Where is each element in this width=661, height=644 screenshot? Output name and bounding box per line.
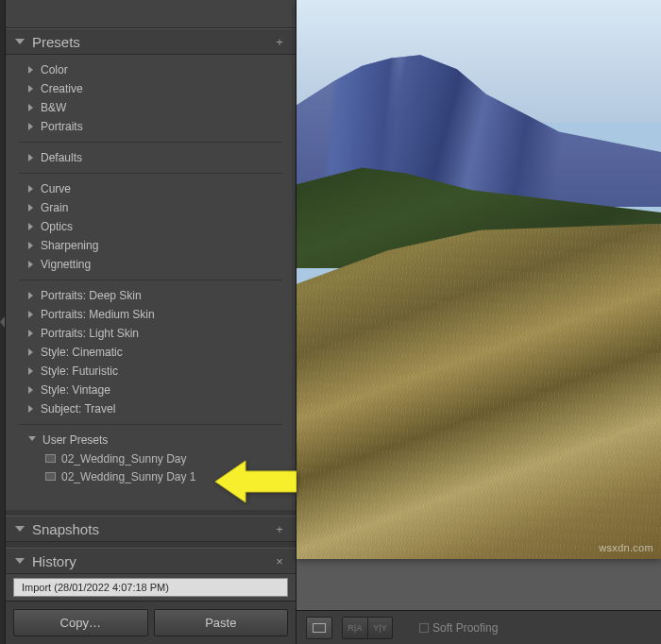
chevron-right-icon bbox=[28, 292, 33, 299]
soft-proofing-toggle[interactable]: Soft Proofing bbox=[419, 621, 498, 635]
compare-group-1: R|A Y|Y bbox=[342, 617, 393, 639]
preset-folder-optics[interactable]: Optics bbox=[6, 217, 296, 236]
preset-folder-cinematic[interactable]: Style: Cinematic bbox=[6, 343, 296, 362]
preset-folder-travel[interactable]: Subject: Travel bbox=[6, 399, 296, 418]
plus-icon[interactable]: + bbox=[273, 522, 286, 536]
chevron-right-icon bbox=[28, 330, 33, 337]
chevron-down-icon bbox=[28, 436, 36, 445]
chevron-down-icon bbox=[15, 526, 25, 532]
chevron-right-icon bbox=[28, 223, 33, 230]
divider bbox=[19, 173, 282, 174]
divider bbox=[19, 424, 282, 425]
loupe-view-button[interactable] bbox=[307, 618, 331, 638]
chevron-right-icon bbox=[28, 204, 33, 212]
soft-proofing-label: Soft Proofing bbox=[432, 621, 498, 635]
chevron-left-icon bbox=[0, 316, 5, 328]
chevron-right-icon bbox=[28, 66, 33, 74]
preset-folder-creative[interactable]: Creative bbox=[6, 79, 296, 98]
copy-button[interactable]: Copy… bbox=[13, 609, 148, 636]
image-preview[interactable] bbox=[297, 0, 661, 559]
plus-icon[interactable]: + bbox=[273, 35, 286, 49]
snapshots-title: Snapshots bbox=[32, 521, 273, 537]
checkbox-icon bbox=[419, 623, 429, 633]
preset-folder-sharpening[interactable]: Sharpening bbox=[6, 236, 296, 255]
rectangle-icon bbox=[313, 623, 326, 633]
preset-folder-defaults[interactable]: Defaults bbox=[6, 148, 296, 167]
presets-panel-header[interactable]: Presets + bbox=[6, 28, 296, 55]
preset-folder-light-skin[interactable]: Portraits: Light Skin bbox=[6, 324, 296, 343]
chevron-right-icon bbox=[28, 242, 33, 249]
preset-folder-medium-skin[interactable]: Portraits: Medium Skin bbox=[6, 305, 296, 324]
chevron-right-icon bbox=[28, 104, 33, 111]
preset-thumbnail-icon bbox=[45, 454, 56, 463]
photo-frame bbox=[297, 0, 661, 559]
preset-thumbnail-icon bbox=[45, 472, 56, 481]
svg-marker-0 bbox=[215, 461, 297, 502]
snapshots-panel-header[interactable]: Snapshots + bbox=[6, 516, 296, 542]
chevron-right-icon bbox=[28, 405, 33, 413]
preset-folder-bw[interactable]: B&W bbox=[6, 98, 296, 117]
divider bbox=[19, 280, 282, 280]
preset-folder-portraits[interactable]: Portraits bbox=[6, 117, 296, 136]
presets-title: Presets bbox=[32, 34, 273, 50]
history-entry[interactable]: Import (28/01/2022 4:07:18 PM) bbox=[13, 578, 288, 597]
panel-top-spacer bbox=[6, 0, 296, 28]
history-panel-header[interactable]: History × bbox=[6, 548, 296, 574]
preset-folder-futuristic[interactable]: Style: Futuristic bbox=[6, 362, 296, 381]
view-mode-group bbox=[306, 617, 332, 639]
before-after-ra-button[interactable]: R|A bbox=[343, 618, 367, 638]
left-panel: Presets + Color Creative B&W Portraits D… bbox=[6, 0, 297, 644]
chevron-right-icon bbox=[28, 185, 33, 193]
yy-icon: Y|Y bbox=[373, 623, 387, 633]
preset-folder-color[interactable]: Color bbox=[6, 60, 296, 79]
preset-folder-vignetting[interactable]: Vignetting bbox=[6, 255, 296, 274]
chevron-right-icon bbox=[28, 261, 33, 268]
before-after-yy-button[interactable]: Y|Y bbox=[367, 618, 392, 638]
history-title: History bbox=[32, 553, 273, 569]
canvas-area[interactable]: wsxdn.com bbox=[297, 0, 661, 610]
chevron-right-icon bbox=[28, 348, 33, 356]
image-grass-region bbox=[297, 224, 661, 559]
chevron-down-icon bbox=[15, 558, 25, 564]
watermark-text: wsxdn.com bbox=[599, 542, 653, 553]
chevron-down-icon bbox=[15, 39, 25, 44]
arrow-annotation-icon bbox=[215, 458, 297, 505]
bottom-toolbar: R|A Y|Y Soft Proofing bbox=[297, 610, 661, 644]
right-area: wsxdn.com R|A Y|Y Soft Proofing bbox=[297, 0, 661, 644]
chevron-right-icon bbox=[28, 123, 33, 130]
divider bbox=[19, 142, 282, 143]
close-icon[interactable]: × bbox=[273, 554, 286, 568]
preset-folder-curve[interactable]: Curve bbox=[6, 179, 296, 198]
user-presets-folder[interactable]: User Presets bbox=[6, 431, 296, 449]
chevron-right-icon bbox=[28, 386, 33, 394]
preset-folder-vintage[interactable]: Style: Vintage bbox=[6, 381, 296, 399]
history-body: Import (28/01/2022 4:07:18 PM) bbox=[6, 574, 296, 601]
chevron-right-icon bbox=[28, 154, 33, 161]
paste-button[interactable]: Paste bbox=[154, 609, 289, 636]
preset-folder-grain[interactable]: Grain bbox=[6, 198, 296, 217]
ra-icon: R|A bbox=[347, 623, 363, 633]
chevron-right-icon bbox=[28, 311, 33, 318]
presets-body: Color Creative B&W Portraits Defaults Cu… bbox=[6, 55, 296, 510]
chevron-right-icon bbox=[28, 85, 33, 93]
bottom-button-bar: Copy… Paste bbox=[6, 601, 296, 644]
preset-folder-deep-skin[interactable]: Portraits: Deep Skin bbox=[6, 286, 296, 305]
chevron-right-icon bbox=[28, 367, 33, 375]
